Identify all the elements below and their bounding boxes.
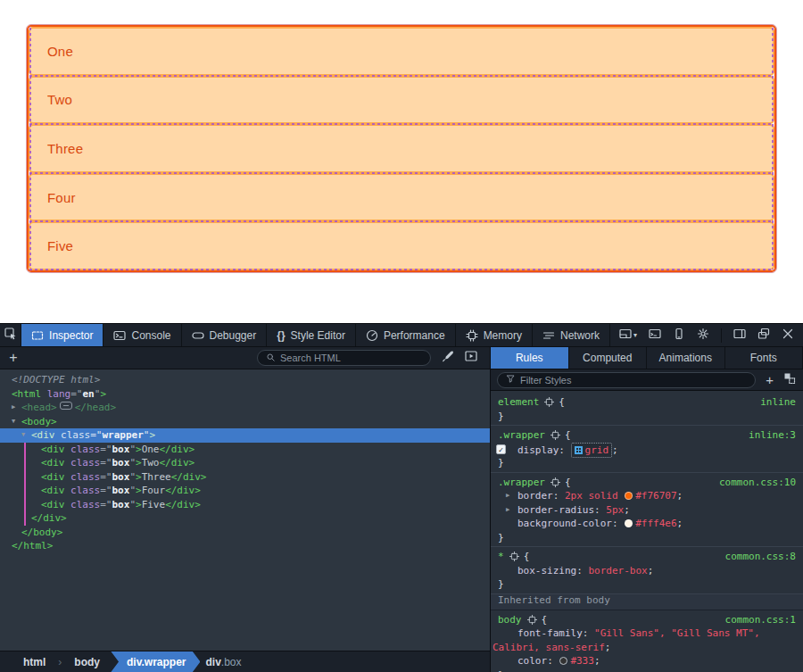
- tab-inspector[interactable]: Inspector: [21, 324, 103, 346]
- responsive-mode-button[interactable]: [673, 328, 685, 343]
- markup-line[interactable]: <div class="box">Three</div>: [0, 470, 490, 485]
- expand-arrow-open-icon[interactable]: ▼: [21, 428, 25, 443]
- rule-source-link[interactable]: common.css:1: [725, 613, 796, 627]
- tab-debugger[interactable]: Debugger: [182, 324, 268, 346]
- rule-open-brace: {: [524, 551, 530, 562]
- rule-declaration[interactable]: background-color: #fff4e6;: [491, 517, 803, 531]
- color-swatch[interactable]: [625, 492, 633, 500]
- property-name: border-radius: [517, 504, 594, 516]
- sidebar-tab-computed[interactable]: Computed: [569, 347, 648, 369]
- add-node-button[interactable]: +: [0, 350, 27, 366]
- rule-declaration-wrap[interactable]: Calibri, sans-serif;: [491, 641, 803, 655]
- rule-declaration[interactable]: ▶border: 2px solid #f76707;: [491, 489, 803, 503]
- tab-memory[interactable]: Memory: [456, 324, 533, 346]
- property-value: #f76707: [635, 490, 676, 502]
- property-name: background-color: [517, 518, 612, 529]
- markup-token: ": [129, 471, 136, 483]
- markup-token: <div: [41, 485, 65, 496]
- close-devtools-button[interactable]: [782, 328, 794, 343]
- window-pop-icon: [757, 328, 770, 343]
- paint-flashing-button[interactable]: [465, 350, 477, 366]
- expand-arrow-closed-icon[interactable]: ▶: [12, 401, 15, 415]
- markup-line[interactable]: ▶<head></head>: [0, 401, 490, 415]
- markup-token: One: [142, 444, 160, 455]
- rule-selector-line[interactable]: body{common.css:1: [491, 613, 803, 627]
- separate-window-button[interactable]: [757, 328, 770, 343]
- split-console-button[interactable]: [649, 328, 661, 343]
- breadcrumb-item-selected[interactable]: div.wrapper: [111, 651, 200, 672]
- tab-performance[interactable]: Performance: [356, 324, 456, 346]
- rule-declaration[interactable]: ✓display: grid;: [491, 443, 803, 457]
- toolbar-separator: [721, 328, 722, 343]
- add-rule-button[interactable]: +: [766, 372, 774, 387]
- rule-declaration[interactable]: color: #333;: [491, 654, 803, 668]
- rule-selector-line[interactable]: .wrapper{inline:3: [491, 428, 803, 443]
- collapsed-node-icon[interactable]: [60, 402, 72, 410]
- tab-console[interactable]: Console: [103, 324, 181, 346]
- rule-source-link[interactable]: common.css:10: [719, 476, 796, 490]
- markup-line-selected[interactable]: ▼<div class="wrapper">: [0, 428, 490, 443]
- markup-tree: <!DOCTYPE html><html lang="en">▶<head></…: [0, 369, 490, 651]
- markup-token: class: [55, 429, 91, 441]
- dock-side-button[interactable]: ▾: [619, 328, 637, 343]
- breadcrumb-item[interactable]: body: [69, 656, 105, 668]
- property-semicolon: ;: [648, 565, 654, 577]
- breadcrumb-label: div.wrapper: [127, 656, 186, 668]
- markup-line[interactable]: </html>: [0, 539, 490, 553]
- rule-selector: body: [498, 614, 522, 626]
- expand-arrow-closed-icon[interactable]: ▶: [506, 503, 509, 518]
- grid-box: Four: [29, 173, 774, 222]
- markup-line[interactable]: </body>: [0, 526, 490, 540]
- pick-element-button[interactable]: [0, 324, 21, 346]
- rule-block: *{common.css:8box-sizing: border-box;}: [491, 547, 803, 594]
- markup-line[interactable]: </div>: [0, 511, 490, 526]
- breadcrumb-item[interactable]: div.box: [200, 656, 246, 668]
- settings-button[interactable]: [697, 328, 709, 343]
- markup-token: </head>: [75, 402, 116, 413]
- tab-network[interactable]: Network: [533, 324, 610, 346]
- sidebar-tab-fonts[interactable]: Fonts: [725, 347, 803, 369]
- search-placeholder: Search HTML: [280, 353, 341, 363]
- rule-declaration[interactable]: ▶border-radius: 5px;: [491, 503, 803, 518]
- markup-line[interactable]: ▼<body>: [0, 415, 490, 429]
- expand-arrow-open-icon[interactable]: ▼: [12, 415, 15, 429]
- markup-line[interactable]: <html lang="en">: [0, 387, 490, 402]
- sidebar-toggle-button[interactable]: [733, 328, 746, 343]
- eyedropper-button[interactable]: [442, 350, 454, 366]
- property-colon: :: [583, 627, 594, 639]
- pseudo-class-button[interactable]: [783, 372, 796, 388]
- tab-style-editor[interactable]: {}Style Editor: [267, 324, 356, 346]
- markup-line[interactable]: <div class="box">Four</div>: [0, 484, 490, 498]
- markup-token: =": [100, 485, 112, 496]
- rule-selector-line[interactable]: .wrapper{common.css:10: [491, 476, 803, 490]
- property-name: display: [517, 444, 559, 456]
- declaration-checkbox[interactable]: ✓: [496, 444, 506, 454]
- rule-open-brace: {: [565, 429, 571, 441]
- property-colon: :: [576, 565, 588, 577]
- rule-source-link[interactable]: inline:3: [749, 428, 796, 443]
- expand-arrow-closed-icon[interactable]: ▶: [506, 489, 509, 503]
- filter-placeholder: Filter Styles: [520, 375, 571, 386]
- rule-source-link[interactable]: inline: [760, 395, 796, 410]
- filter-styles-input[interactable]: Filter Styles: [497, 372, 756, 388]
- color-swatch[interactable]: [625, 519, 633, 527]
- markup-line[interactable]: <div class="box">One</div>: [0, 443, 490, 457]
- rule-declaration[interactable]: font-family: "Gill Sans", "Gill Sans MT"…: [491, 626, 803, 641]
- rule-selector-line[interactable]: element{inline: [491, 395, 803, 410]
- markup-token: </div>: [165, 499, 201, 510]
- markup-line[interactable]: <!DOCTYPE html>: [0, 373, 490, 387]
- sidebar-tab-animations[interactable]: Animations: [647, 347, 725, 369]
- rule-selector: .wrapper: [498, 429, 545, 441]
- sidebar-tab-rules[interactable]: Rules: [491, 347, 569, 369]
- markup-token: Two: [142, 457, 160, 469]
- search-input[interactable]: Search HTML: [257, 350, 431, 366]
- breadcrumb-item[interactable]: html: [18, 656, 51, 668]
- color-swatch[interactable]: [559, 657, 567, 665]
- rule-declaration[interactable]: box-sizing: border-box;: [491, 564, 803, 578]
- play-box-icon: [465, 350, 477, 366]
- rule-source-link[interactable]: common.css:8: [725, 550, 796, 564]
- property-semicolon: ;: [677, 490, 683, 502]
- markup-line[interactable]: <div class="box">Five</div>: [0, 498, 490, 512]
- markup-line[interactable]: <div class="box">Two</div>: [0, 456, 490, 470]
- rule-selector-line[interactable]: *{common.css:8: [491, 550, 803, 564]
